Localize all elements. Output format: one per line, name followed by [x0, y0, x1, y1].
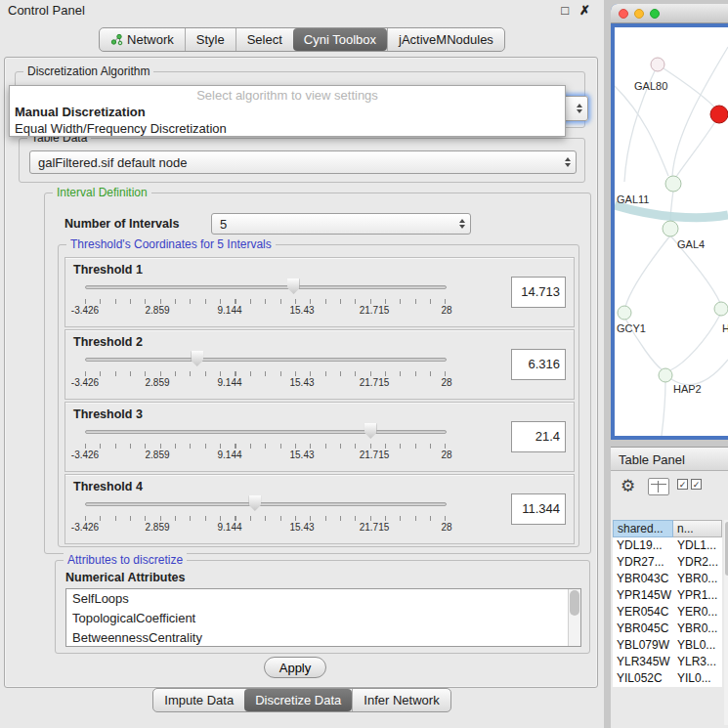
- float-window-icon[interactable]: □: [561, 0, 569, 21]
- table-row[interactable]: YBR043CYBR0...: [613, 571, 722, 587]
- network-node[interactable]: [651, 58, 664, 71]
- threshold-4-label: Threshold 4: [73, 480, 143, 493]
- discretization-algorithm-group-title: Discretization Algorithm: [23, 64, 153, 78]
- close-light-icon[interactable]: [619, 9, 628, 19]
- list-item[interactable]: TopologicalCoefficient: [66, 609, 580, 628]
- column-header-name[interactable]: n...: [673, 520, 722, 537]
- scale-label: 9.144: [217, 450, 241, 460]
- network-window-titlebar[interactable]: [611, 4, 728, 23]
- threshold-4-value[interactable]: 11.344: [511, 493, 566, 525]
- network-node[interactable]: [618, 306, 631, 320]
- threshold-3-value[interactable]: 21.4: [511, 421, 566, 452]
- network-view-window: GAL80 GAL11 GAL4 GCY1 HAP2 H: [611, 4, 728, 440]
- number-of-intervals-label: Number of Intervals: [64, 217, 179, 231]
- slider-thumb[interactable]: [248, 495, 261, 511]
- tab-cyni-toolbox-label: Cyni Toolbox: [304, 32, 376, 47]
- threshold-4-slider[interactable]: [85, 495, 447, 513]
- cell[interactable]: YIL0...: [673, 670, 722, 687]
- table-row[interactable]: YPR145WYPR1...: [613, 587, 722, 604]
- gear-icon[interactable]: ⚙: [621, 476, 635, 496]
- network-node[interactable]: [659, 368, 672, 382]
- cell[interactable]: YDL1...: [673, 537, 722, 554]
- slider-thumb[interactable]: [191, 351, 203, 366]
- cell[interactable]: YDL19...: [613, 537, 673, 554]
- cyni-toolbox-pane: Discretization Algorithm Select algorith…: [4, 57, 598, 688]
- network-node[interactable]: [665, 176, 681, 192]
- slider-scale: -3.426 2.859 9.144 15.43 21.715 28: [85, 305, 447, 317]
- table-row[interactable]: YER054CYER0...: [613, 604, 722, 621]
- dropdown-option-equal-width-frequency[interactable]: Equal Width/Frequency Discretization: [10, 121, 565, 136]
- table-data-combo-value: galFiltered.sif default node: [38, 151, 187, 173]
- tab-jactivemnodules[interactable]: jActiveMNodules: [387, 28, 504, 51]
- cell[interactable]: YBR0...: [673, 571, 722, 587]
- columns-icon[interactable]: [648, 478, 669, 495]
- table-row[interactable]: YLR345WYLR3...: [613, 654, 722, 670]
- cell[interactable]: YLR345W: [613, 654, 673, 670]
- table-row[interactable]: YDR27...YDR2...: [613, 554, 722, 571]
- slider-track[interactable]: [85, 502, 447, 506]
- slider-track[interactable]: [85, 358, 447, 362]
- tab-cyni-toolbox[interactable]: Cyni Toolbox: [293, 28, 387, 51]
- scale-label: -3.426: [71, 522, 99, 533]
- table-scrollbar[interactable]: [724, 520, 728, 725]
- checkbox-icon[interactable]: ✓: [691, 479, 702, 490]
- table-row[interactable]: YDL19...YDL1...: [613, 537, 722, 554]
- slider-ticks: [85, 299, 447, 304]
- minimize-light-icon[interactable]: [634, 9, 644, 19]
- attributes-scrollbar[interactable]: [568, 589, 580, 646]
- number-of-intervals-combo[interactable]: 5: [211, 213, 471, 235]
- apply-button[interactable]: Apply: [264, 657, 326, 678]
- tab-style[interactable]: Style: [185, 28, 236, 51]
- cell[interactable]: YBR043C: [613, 571, 673, 587]
- scrollbar-thumb[interactable]: [570, 590, 579, 616]
- cell[interactable]: YBL079W: [613, 637, 673, 654]
- threshold-2-value[interactable]: 6.316: [511, 349, 566, 380]
- tab-infer-network[interactable]: Infer Network: [352, 689, 450, 711]
- network-canvas[interactable]: GAL80 GAL11 GAL4 GCY1 HAP2 H: [615, 27, 728, 436]
- scale-label: 21.715: [360, 377, 390, 388]
- network-node[interactable]: [714, 302, 728, 316]
- tab-select[interactable]: Select: [236, 28, 293, 51]
- cell[interactable]: YPR1...: [673, 587, 722, 604]
- table-data-combo[interactable]: galFiltered.sif default node: [29, 150, 577, 174]
- cell[interactable]: YIL052C: [613, 670, 673, 687]
- cell[interactable]: YPR145W: [613, 587, 673, 604]
- column-header-shared[interactable]: shared...: [613, 520, 673, 537]
- tab-network[interactable]: Network: [100, 28, 185, 51]
- cell[interactable]: YBR045C: [613, 621, 673, 637]
- tab-impute-data[interactable]: Impute Data: [153, 689, 244, 711]
- threshold-1-label: Threshold 1: [73, 263, 143, 277]
- slider-ticks: [85, 444, 447, 449]
- slider-track[interactable]: [85, 285, 447, 289]
- threshold-3-panel: Threshold 3 -3.426 2.859 9.144 15.43 21.…: [64, 402, 575, 472]
- checkbox-icon[interactable]: ✓: [677, 479, 688, 490]
- cell[interactable]: YBL0...: [673, 637, 722, 654]
- cell[interactable]: YER054C: [613, 604, 673, 621]
- list-item[interactable]: BetweennessCentrality: [66, 628, 580, 647]
- close-icon[interactable]: ✗: [579, 0, 590, 21]
- scale-label: 9.144: [217, 305, 241, 316]
- slider-track[interactable]: [85, 430, 447, 434]
- attributes-group-title: Attributes to discretize: [64, 553, 187, 567]
- threshold-2-slider[interactable]: [85, 351, 447, 368]
- zoom-light-icon[interactable]: [650, 9, 660, 19]
- slider-thumb[interactable]: [287, 278, 300, 294]
- tab-discretize-data[interactable]: Discretize Data: [244, 689, 352, 711]
- cell[interactable]: YER0...: [673, 604, 722, 621]
- slider-thumb[interactable]: [364, 423, 377, 439]
- list-item[interactable]: SelfLoops: [66, 589, 580, 609]
- cell[interactable]: YDR2...: [673, 554, 722, 571]
- dropdown-option-manual-discretization[interactable]: Manual Discretization: [10, 105, 565, 119]
- table-row[interactable]: YBR045CYBR0...: [613, 621, 722, 637]
- network-node[interactable]: [663, 221, 678, 236]
- table-row[interactable]: YBL079WYBL0...: [613, 637, 722, 654]
- threshold-3-slider[interactable]: [85, 423, 447, 441]
- threshold-1-slider[interactable]: [85, 278, 447, 296]
- threshold-1-value[interactable]: 14.713: [511, 277, 566, 308]
- cell[interactable]: YDR27...: [613, 554, 673, 571]
- network-node-red[interactable]: [710, 106, 728, 123]
- threshold-4-panel: Threshold 4 -3.426 2.859 9.144 15.43 21.…: [64, 474, 575, 544]
- cell[interactable]: YLR3...: [673, 654, 722, 670]
- cell[interactable]: YBR0...: [673, 621, 722, 637]
- table-row[interactable]: YIL052CYIL0...: [613, 670, 722, 687]
